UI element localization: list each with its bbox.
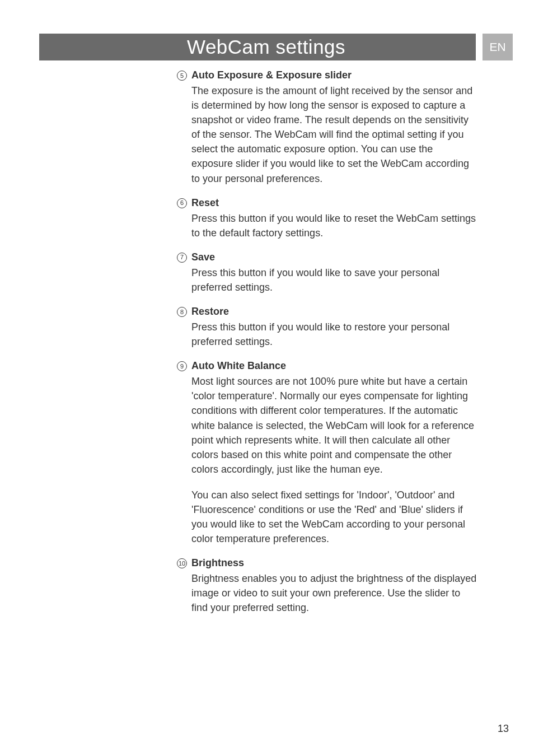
section-body: The exposure is the amount of light rece…	[191, 83, 477, 186]
section-brightness: 10 Brightness Brightness enables you to …	[191, 557, 477, 615]
section-body: Brightness enables you to adjust the bri…	[191, 571, 477, 615]
section-title: Restore	[191, 306, 477, 318]
page-number: 13	[498, 723, 509, 735]
marker-9-icon: 9	[177, 361, 187, 371]
marker-5-icon: 5	[177, 71, 187, 81]
marker-7-icon: 7	[177, 253, 187, 263]
section-title: Auto Exposure & Exposure slider	[191, 69, 477, 81]
section-body: Most light sources are not 100% pure whi…	[191, 374, 477, 477]
header-bar: WebCam settings	[39, 34, 476, 60]
section-title: Save	[191, 251, 477, 263]
section-body: Press this button if you would like to r…	[191, 320, 477, 349]
marker-8-icon: 8	[177, 307, 187, 317]
section-auto-exposure: 5 Auto Exposure & Exposure slider The ex…	[191, 69, 477, 186]
section-body-extra: You can also select fixed settings for '…	[191, 488, 477, 546]
section-title: Reset	[191, 197, 477, 209]
language-label: EN	[489, 40, 505, 54]
content-area: 5 Auto Exposure & Exposure slider The ex…	[191, 69, 477, 627]
section-auto-white-balance: 9 Auto White Balance Most light sources …	[191, 360, 477, 546]
section-save: 7 Save Press this button if you would li…	[191, 251, 477, 295]
page-title: WebCam settings	[187, 36, 345, 58]
section-restore: 8 Restore Press this button if you would…	[191, 306, 477, 349]
section-body: Press this button if you would like to r…	[191, 211, 477, 240]
section-title: Brightness	[191, 557, 477, 569]
marker-10-icon: 10	[177, 558, 187, 568]
section-title: Auto White Balance	[191, 360, 477, 372]
section-body: Press this button if you would like to s…	[191, 265, 477, 295]
marker-6-icon: 6	[177, 198, 187, 208]
language-tab: EN	[483, 34, 513, 60]
section-reset: 6 Reset Press this button if you would l…	[191, 197, 477, 240]
